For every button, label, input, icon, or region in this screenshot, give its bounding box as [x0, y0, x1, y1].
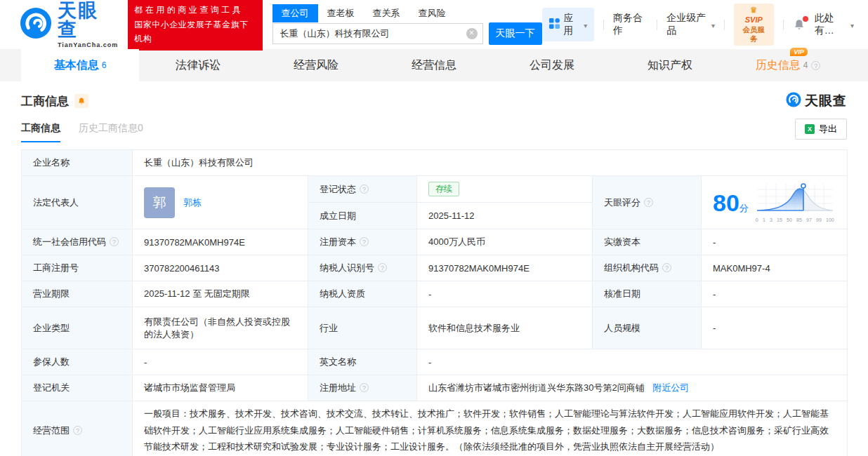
- tab-operating-risk[interactable]: 经营风险: [257, 49, 375, 81]
- table-row: 登记机关 诸城市市场监督管理局 注册地址 山东省潍坊市诸城市密州街道兴华东路30…: [22, 375, 848, 401]
- clear-search-icon[interactable]: [466, 28, 478, 39]
- notifications-bell-icon[interactable]: [793, 18, 805, 31]
- help-icon[interactable]: [360, 383, 369, 392]
- chevron-down-icon: [581, 20, 587, 30]
- enterprise-products-menu[interactable]: 企业级产品: [666, 12, 715, 37]
- business-cooperation-link[interactable]: 商务合作: [613, 12, 647, 37]
- user-account-menu[interactable]: 此处有…: [815, 12, 854, 37]
- business-term-value: 2025-11-12 至 无固定期限: [133, 281, 308, 307]
- help-icon[interactable]: [811, 61, 820, 70]
- staff-size-value: -: [702, 307, 848, 349]
- table-row: 工商注册号 370782200461143 纳税人识别号 91370782MAK…: [22, 255, 848, 281]
- table-row: 统一社会信用代码 91370782MAK0MH974E 注册资本 4000万人民…: [22, 229, 848, 255]
- help-icon[interactable]: [378, 263, 387, 272]
- subscribe-bell-icon[interactable]: [74, 94, 88, 108]
- score-distribution-chart: 01 315 5085 9799 100: [756, 182, 834, 222]
- table-row: 企业名称 长重（山东）科技有限公司: [22, 150, 848, 176]
- field-label: 纳税人资质: [308, 281, 417, 307]
- score-cell: 80分: [702, 176, 848, 229]
- field-label: 行业: [308, 307, 417, 349]
- notification-dot: [803, 16, 808, 22]
- field-label: 组织机构代码: [593, 255, 702, 281]
- apps-menu[interactable]: 应用: [542, 8, 595, 41]
- field-label: 企业类型: [22, 307, 133, 349]
- field-label: 参保人数: [22, 349, 133, 375]
- brand-domain: TianYanCha.com: [58, 41, 118, 48]
- tab-intellectual-property[interactable]: 知识产权: [611, 49, 729, 81]
- tab-operating-info[interactable]: 经营信息: [375, 49, 493, 81]
- field-label: 登记机关: [22, 375, 133, 401]
- field-label: 英文名称: [308, 349, 417, 375]
- field-label: 法定代表人: [22, 176, 133, 229]
- vip-badge: VIP: [790, 48, 808, 56]
- header-right: 应用 商务合作 企业级产品 ♛ SVIP 会员服务 此处有…: [542, 4, 854, 46]
- tab-basic-info[interactable]: 基本信息 6: [21, 49, 139, 81]
- divider: [603, 20, 604, 30]
- tab-company-development[interactable]: 公司发展: [493, 49, 611, 81]
- taxpayer-id-value: 91370782MAK0MH974E: [417, 255, 593, 281]
- subtab-history-business-info[interactable]: 历史工商信息0: [79, 122, 143, 142]
- legal-rep-link[interactable]: 郭栋: [183, 196, 202, 209]
- legal-rep-cell: 郭 郭栋: [133, 176, 308, 229]
- address-cell: 山东省潍坊市诸城市密州街道兴华东路30号第2间商铺 附近公司: [417, 375, 848, 401]
- help-icon[interactable]: [73, 426, 82, 435]
- english-name-value: -: [417, 349, 848, 375]
- tianyancha-logo[interactable]: 天眼查 TianYanCha.com: [20, 1, 118, 48]
- field-label: 纳税人识别号: [308, 255, 417, 281]
- tab-legal-proceedings[interactable]: 法律诉讼: [139, 49, 257, 81]
- chevron-down-icon: [848, 19, 854, 30]
- help-icon[interactable]: [110, 237, 119, 246]
- insured-value: -: [133, 349, 308, 375]
- score-unit: 分: [739, 203, 749, 213]
- reg-authority-value: 诸城市市场监督管理局: [133, 375, 308, 401]
- svip-membership-button[interactable]: ♛ SVIP 会员服务: [734, 4, 774, 46]
- subtab-business-info[interactable]: 工商信息: [21, 122, 60, 142]
- table-row: 参保人数 - 英文名称 -: [22, 349, 848, 375]
- uscc-value: 91370782MAK0MH974E: [133, 229, 308, 255]
- company-name-value: 长重（山东）科技有限公司: [133, 150, 848, 176]
- business-scope-value: 一般项目：技术服务、技术开发、技术咨询、技术交流、技术转让、技术推广；软件开发；…: [133, 401, 848, 456]
- divider: [724, 20, 725, 30]
- crown-icon: ♛: [750, 6, 757, 14]
- search-tab-company[interactable]: 查公司: [272, 4, 318, 22]
- table-row: 经营范围 一般项目：技术服务、技术开发、技术咨询、技术交流、技术转让、技术推广；…: [22, 401, 848, 456]
- paid-capital-value: -: [702, 229, 848, 255]
- brand-slogan: 都在用的商业查询工具 国家中小企业发展子基金旗下机构: [128, 0, 262, 51]
- industry-value: 软件和信息技术服务业: [417, 307, 593, 349]
- search-tab-boss[interactable]: 查老板: [318, 4, 364, 22]
- org-code-value: MAK0MH97-4: [702, 255, 848, 281]
- field-label: 工商注册号: [22, 255, 133, 281]
- divider: [657, 20, 657, 30]
- field-label: 成立日期: [308, 203, 417, 229]
- status-badge: 存续: [428, 182, 459, 196]
- divider: [783, 20, 784, 30]
- search-tabs: 查公司 查老板 查关系 查风险: [272, 4, 542, 22]
- section-title: 工商信息: [21, 93, 69, 109]
- chevron-down-icon: [709, 19, 715, 30]
- tab-history-info[interactable]: 历史信息 VIP 4: [729, 49, 847, 81]
- establish-date-value: 2025-11-12: [417, 203, 593, 229]
- field-label: 核准日期: [593, 281, 702, 307]
- field-label: 实缴资本: [593, 229, 702, 255]
- help-icon[interactable]: [360, 237, 369, 246]
- help-icon[interactable]: [644, 198, 653, 207]
- export-button[interactable]: 导出: [795, 119, 847, 140]
- search-tab-risk[interactable]: 查风险: [409, 4, 455, 22]
- table-row: 法定代表人 郭 郭栋 登记状态 存续 天眼评分 80分: [22, 176, 848, 203]
- score-value: 80: [713, 189, 739, 216]
- help-icon[interactable]: [360, 185, 369, 194]
- apps-grid-icon: [549, 18, 560, 31]
- search-input[interactable]: [272, 23, 483, 44]
- field-label: 注册地址: [308, 375, 417, 401]
- avatar[interactable]: 郭: [144, 187, 175, 218]
- search-tab-relation[interactable]: 查关系: [364, 4, 409, 22]
- table-row: 企业类型 有限责任公司（非自然人投资或控股的法人独资） 行业 软件和信息技术服务…: [22, 307, 848, 349]
- tab-count: 4: [803, 60, 808, 70]
- excel-icon: [805, 124, 815, 134]
- search-button[interactable]: 天眼一下: [489, 22, 542, 45]
- nearby-companies-link[interactable]: 附近公司: [652, 382, 689, 393]
- help-icon[interactable]: [662, 263, 671, 272]
- company-nav-tabs: 基本信息 6 法律诉讼 经营风险 经营信息 公司发展 知识产权 历史信息 VIP…: [0, 49, 868, 81]
- reg-capital-value: 4000万人民币: [417, 229, 593, 255]
- field-label: 注册资本: [308, 229, 417, 255]
